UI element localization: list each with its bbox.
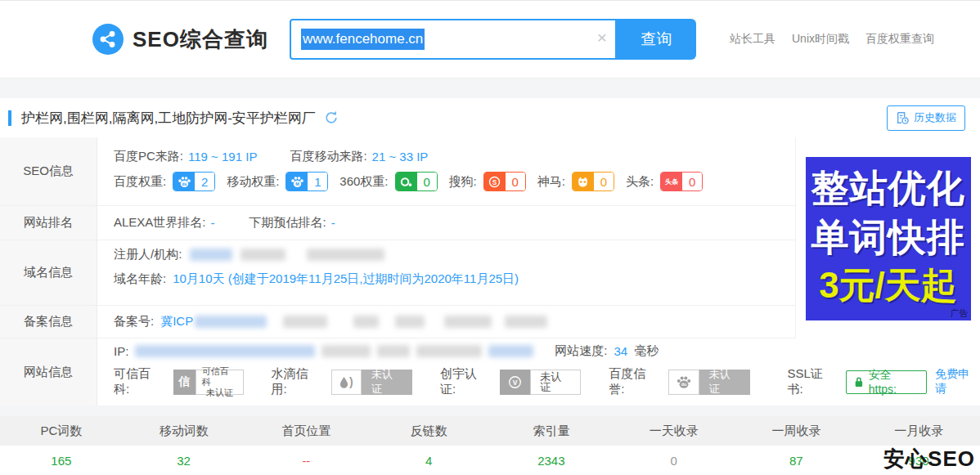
title-bar: 护栏网,围栏网,隔离网,工地防护网-安平护栏网厂 历史数据 — [0, 98, 980, 137]
stat-value-index-volume[interactable]: 2343 — [490, 446, 613, 475]
shenma-label: 神马: — [537, 174, 565, 190]
site-info-row: IP: 网站速度: 34 毫秒 可信百科: 信 可信百科 — [97, 338, 980, 406]
weight-360-label: 360权重: — [339, 174, 388, 190]
redacted-text — [283, 316, 327, 328]
speed-value: 34 — [614, 344, 628, 358]
rank-info-row: ALEXA世界排名: - 下期预估排名: - — [97, 206, 795, 240]
toutiao-value: 0 — [682, 173, 702, 190]
redacted-text — [416, 345, 482, 357]
chuangyu-badge[interactable]: V 未认证 — [500, 370, 581, 395]
baidu-paw-icon: du — [173, 173, 195, 190]
ad-column: 整站优化 单词快排 3元/天起 广告 — [796, 137, 980, 338]
row-labels-column: SEO信息 网站排名 域名信息 备案信息 — [0, 137, 97, 338]
baidu-pc-value[interactable]: 119 ~ 191 IP — [188, 150, 257, 164]
nav-link-webmaster-tools[interactable]: 站长工具 — [730, 32, 775, 47]
reputation-badge-text: 未认证 — [699, 370, 750, 395]
logo-text: SEO综合查询 — [133, 25, 268, 54]
icp-label: 备案号: — [114, 314, 154, 329]
nav-link-baidu-weight[interactable]: 百度权重查询 — [865, 32, 934, 47]
logo: SEO综合查询 — [92, 23, 268, 56]
header: SEO综合查询 www.fencehome.cn × 查询 站长工具 Unix时… — [0, 0, 980, 78]
stat-value-day-included[interactable]: 0 — [613, 446, 735, 475]
shenma-badge[interactable]: 0 — [572, 172, 614, 191]
forecast-value: - — [331, 216, 335, 230]
redacted-text — [488, 345, 533, 357]
toutiao-badge[interactable]: 头条 0 — [660, 172, 703, 191]
sogou-label: 搜狗: — [449, 174, 477, 190]
search-input-value: www.fencehome.cn — [301, 29, 425, 50]
water-drop-icon: ) — [331, 370, 362, 395]
redacted-text — [444, 316, 492, 328]
ssl-badge-text: 安全https: — [869, 368, 919, 396]
baidu-mobile-value[interactable]: 21 ~ 33 IP — [372, 150, 429, 164]
shuidi-badge[interactable]: ) 未认证 — [331, 370, 412, 395]
ssl-apply-link[interactable]: 免费申请 — [935, 367, 980, 397]
baidu-weight-badge[interactable]: du 2 — [173, 172, 215, 191]
info-panel: SEO信息 网站排名 域名信息 备案信息 百度PC来路: 119 ~ 191 I… — [0, 137, 980, 406]
ip-label: IP: — [114, 344, 128, 358]
svg-text:du: du — [681, 382, 687, 387]
baike-badge[interactable]: 信 可信百科 未认证 — [173, 370, 244, 395]
stat-value-mobile-words[interactable]: 32 — [123, 446, 245, 475]
stat-value-backlinks[interactable]: 4 — [367, 446, 490, 475]
ad-banner[interactable]: 整站优化 单词快排 3元/天起 广告 — [806, 157, 971, 320]
stat-header-week-included: 一周收录 — [735, 416, 858, 446]
icp-info-row: 备案号: 冀ICP — [97, 306, 795, 338]
v-seal-icon: V — [500, 370, 530, 395]
baike-xin-icon: 信 — [173, 370, 195, 395]
stat-value-week-included[interactable]: 87 — [735, 446, 858, 475]
header-nav: 站长工具 Unix时间戳 百度权重查询 — [730, 32, 934, 47]
mobile-weight-value: 1 — [308, 173, 327, 190]
speed-label: 网站速度: — [555, 343, 607, 359]
row-label-domain: 域名信息 — [0, 240, 97, 306]
stats-value-row: 165 32 -- 4 2343 0 87 930 — [0, 446, 980, 475]
mobile-weight-badge[interactable]: M 1 — [285, 172, 328, 191]
query-button[interactable]: 查询 — [617, 19, 696, 60]
stat-header-month-included: 一月收录 — [857, 416, 980, 446]
shuidi-label: 水滴信用: — [272, 366, 323, 397]
registrant-label: 注册人/机构: — [114, 247, 182, 262]
row-label-seo: SEO信息 — [0, 137, 97, 206]
shuidi-badge-text: 未认证 — [362, 370, 412, 395]
stat-header-home-position: 首页位置 — [245, 416, 368, 446]
stat-header-pc-words: PC词数 — [0, 416, 123, 446]
icp-prefix[interactable]: 冀ICP — [160, 314, 193, 329]
svg-text:S: S — [492, 178, 497, 186]
stat-value-pc-words[interactable]: 165 — [0, 446, 123, 475]
redacted-text — [135, 345, 315, 357]
ad-price: 3元/天起 — [806, 262, 971, 309]
refresh-icon[interactable] — [324, 110, 339, 125]
sogou-badge[interactable]: S 0 — [483, 172, 526, 191]
sogou-icon: S — [484, 173, 506, 190]
alexa-label: ALEXA世界排名: — [114, 215, 206, 231]
watermark: 安心SEO — [883, 445, 975, 473]
stat-value-home-position: -- — [245, 446, 368, 475]
baidu-weight-value: 2 — [195, 173, 214, 190]
weight-360-badge[interactable]: 0 — [395, 172, 438, 191]
history-data-button[interactable]: 历史数据 — [887, 105, 965, 131]
speed-unit: 毫秒 — [634, 343, 659, 359]
domain-age-value[interactable]: 10月10天 (创建于2019年11月25日,过期时间为2020年11月25日) — [173, 271, 519, 287]
baike-label: 可信百科: — [114, 366, 165, 397]
redacted-text — [395, 316, 425, 328]
stat-header-mobile-words: 移动词数 — [123, 416, 245, 446]
baidu-paw-grey-icon: du — [668, 370, 699, 395]
search-input[interactable]: www.fencehome.cn × — [290, 19, 617, 60]
domain-age-label: 域名年龄: — [114, 271, 166, 287]
history-icon — [896, 111, 909, 124]
stat-header-backlinks: 反链数 — [367, 416, 490, 446]
nav-link-unix-timestamp[interactable]: Unix时间戳 — [792, 32, 849, 47]
forecast-label: 下期预估排名: — [249, 215, 326, 231]
reputation-badge[interactable]: du 未认证 — [668, 370, 749, 395]
baidu-mobile-label: 百度移动来路: — [290, 149, 366, 164]
stat-header-index-volume: 索引量 — [490, 416, 613, 446]
lock-icon — [854, 376, 864, 388]
svg-text:M: M — [295, 181, 299, 186]
sogou-value: 0 — [506, 173, 525, 190]
clear-icon[interactable]: × — [597, 29, 607, 46]
stats-header-row: PC词数 移动词数 首页位置 反链数 索引量 一天收录 一周收录 一月收录 — [0, 416, 980, 446]
ssl-badge[interactable]: 安全https: — [846, 370, 927, 394]
baidu-pc-label: 百度PC来路: — [114, 149, 183, 164]
mobile-weight-label: 移动权重: — [227, 174, 279, 190]
redacted-text — [353, 316, 379, 328]
